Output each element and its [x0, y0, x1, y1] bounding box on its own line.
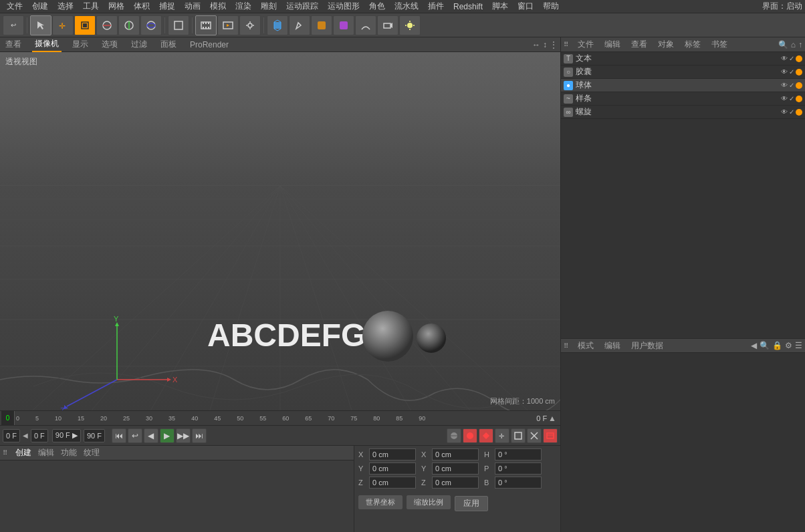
obj-vis-icon-h2[interactable]: ✓ — [789, 108, 794, 116]
right-search-icon[interactable]: 🔍 — [778, 40, 788, 49]
menu-character[interactable]: 角色 — [365, 0, 389, 13]
x-scale-field[interactable]: 0 cm — [432, 448, 479, 460]
scale-mode-btn[interactable]: 缩放比例 — [407, 495, 451, 509]
y-scale-field[interactable]: 0 cm — [432, 462, 479, 475]
jump-start-btn[interactable]: ⏮ — [112, 428, 126, 443]
toolbar-undo-btn[interactable]: ↩ — [3, 15, 24, 35]
object-row-sphere[interactable]: ● 球体 👁 ✓ — [561, 79, 805, 92]
attr-tab-mode[interactable]: 模式 — [575, 339, 596, 353]
timeline-expand-icon[interactable]: ▲ — [548, 414, 556, 423]
menu-file[interactable]: 文件 — [3, 0, 27, 13]
toolbar-rotate-y-btn[interactable] — [118, 15, 140, 35]
b-field[interactable]: 0 ° — [495, 477, 542, 489]
menu-window[interactable]: 窗口 — [513, 0, 538, 13]
transport-frame3[interactable]: 90 F ▶ — [52, 429, 81, 442]
toolbar-select-btn[interactable] — [30, 15, 51, 35]
h-field[interactable]: 0 ° — [495, 448, 542, 460]
transport-current-frame[interactable]: 0 F — [3, 429, 20, 442]
y-pos-field[interactable]: 0 cm — [369, 462, 416, 475]
obj-vis-icon-sp2[interactable]: ✓ — [789, 95, 794, 102]
play-btn[interactable]: ▶ — [160, 428, 175, 443]
keyframe-extra-btn[interactable] — [527, 428, 542, 443]
viewport-tab-panel[interactable]: 面板 — [158, 37, 179, 51]
attr-lock-icon[interactable]: 🔒 — [772, 341, 782, 350]
right-tab-file[interactable]: 文件 — [575, 37, 596, 51]
menu-sculpt[interactable]: 雕刻 — [257, 0, 281, 13]
right-up-icon[interactable]: ↑ — [798, 40, 802, 49]
move-key-btn[interactable]: ✛ — [495, 428, 509, 443]
menu-tools[interactable]: 工具 — [79, 0, 103, 13]
viewport-lock-icon[interactable]: ↔ — [532, 40, 540, 49]
menu-redshift[interactable]: Redshift — [449, 1, 487, 12]
jump-end-btn[interactable]: ⏭ — [192, 428, 207, 443]
prev-frame-btn[interactable]: ◀ — [144, 428, 158, 443]
viewport-tab-prorender[interactable]: ProRender — [187, 39, 231, 51]
toolbar-cube-btn[interactable] — [267, 15, 288, 35]
menu-create[interactable]: 创建 — [28, 0, 52, 13]
right-tab-object[interactable]: 对象 — [655, 37, 677, 51]
timeline-btn[interactable] — [543, 428, 558, 443]
bottom-tab-texture[interactable]: 纹理 — [84, 447, 100, 458]
toolbar-transform-btn[interactable] — [168, 15, 189, 35]
toolbar-settings-btn[interactable] — [239, 15, 261, 35]
toolbar-scale-btn[interactable] — [74, 15, 96, 35]
attr-settings-icon[interactable]: ⚙ — [785, 341, 792, 350]
toolbar-scene-btn[interactable] — [355, 15, 376, 35]
object-row-text[interactable]: T 文本 👁 ✓ — [561, 52, 805, 65]
toolbar-rotate-z-btn[interactable] — [140, 15, 162, 35]
right-tab-view[interactable]: 查看 — [628, 37, 650, 51]
obj-vis-icon-c2[interactable]: ✓ — [789, 68, 794, 76]
z-pos-field[interactable]: 0 cm — [369, 477, 416, 489]
viewport-tab-camera[interactable]: 摄像机 — [32, 37, 62, 52]
transport-frame2[interactable]: 0 F — [31, 429, 48, 442]
viewport-tab-options[interactable]: 选项 — [99, 37, 120, 51]
transport-arrow-left[interactable]: ◀ — [23, 432, 28, 439]
x-pos-field[interactable]: 0 cm — [369, 448, 416, 460]
obj-vis-icon-h1[interactable]: 👁 — [781, 108, 788, 116]
auto-key-btn[interactable] — [463, 428, 477, 443]
menu-mograph[interactable]: 运动图形 — [324, 0, 364, 13]
attr-tab-edit[interactable]: 编辑 — [602, 339, 623, 353]
toolbar-deform-btn[interactable] — [333, 15, 354, 35]
obj-vis-icon-1[interactable]: 👁 — [781, 55, 788, 62]
bottom-tab-function[interactable]: 功能 — [61, 447, 77, 458]
transport-frame4[interactable]: 90 F — [84, 429, 105, 442]
obj-vis-icon-s1[interactable]: 👁 — [781, 82, 788, 89]
viewport-fullscreen-icon[interactable]: ↕ — [543, 40, 547, 49]
obj-vis-icon-s2[interactable]: ✓ — [789, 82, 794, 89]
menu-plugin[interactable]: 插件 — [424, 0, 448, 13]
toolbar-film-btn[interactable] — [195, 15, 217, 35]
bottom-tab-create[interactable]: 创建 — [15, 447, 31, 458]
next-frame-btn[interactable]: ▶▶ — [176, 428, 191, 443]
attr-search-icon[interactable]: 🔍 — [760, 341, 770, 350]
toolbar-nurbs-btn[interactable] — [311, 15, 332, 35]
right-tab-bookmark[interactable]: 书签 — [709, 37, 730, 51]
right-tab-edit[interactable]: 编辑 — [602, 37, 623, 51]
viewport-tab-view[interactable]: 查看 — [3, 37, 24, 51]
menu-select[interactable]: 选择 — [53, 0, 78, 13]
menu-render[interactable]: 渲染 — [231, 0, 255, 13]
menu-anim[interactable]: 动画 — [181, 0, 205, 13]
p-field[interactable]: 0 ° — [495, 462, 542, 475]
attr-arrow-icon[interactable]: ◀ — [751, 341, 757, 350]
toolbar-render2-btn[interactable] — [217, 15, 239, 35]
menu-simulate[interactable]: 模拟 — [206, 0, 230, 13]
right-tab-tag[interactable]: 标签 — [682, 37, 703, 51]
prev-key-btn[interactable]: ↩ — [128, 428, 142, 443]
viewport-menu-icon[interactable]: ⋮ — [550, 40, 558, 49]
right-home-icon[interactable]: ⌂ — [791, 40, 796, 49]
object-row-helix[interactable]: ∞ 螺旋 👁 ✓ — [561, 106, 805, 119]
menu-help[interactable]: 帮助 — [539, 0, 563, 13]
toolbar-camera-btn[interactable] — [377, 15, 398, 35]
bottom-tab-edit[interactable]: 编辑 — [38, 447, 54, 458]
menu-motion-track[interactable]: 运动跟踪 — [282, 0, 322, 13]
menu-volume[interactable]: 体积 — [130, 0, 154, 13]
toolbar-pen-btn[interactable] — [289, 15, 310, 35]
object-row-spline[interactable]: ~ 样条 👁 ✓ — [561, 92, 805, 106]
keyframe-btn[interactable] — [479, 428, 493, 443]
world-coord-btn[interactable]: 世界坐标 — [358, 495, 402, 509]
menu-script[interactable]: 脚本 — [488, 0, 512, 13]
toolbar-rotate-x-btn[interactable] — [96, 15, 118, 35]
viewport-tab-filter[interactable]: 过滤 — [128, 37, 150, 51]
timeline-ruler[interactable]: 0 5 10 15 20 25 30 35 40 45 50 55 60 65 … — [15, 411, 534, 425]
